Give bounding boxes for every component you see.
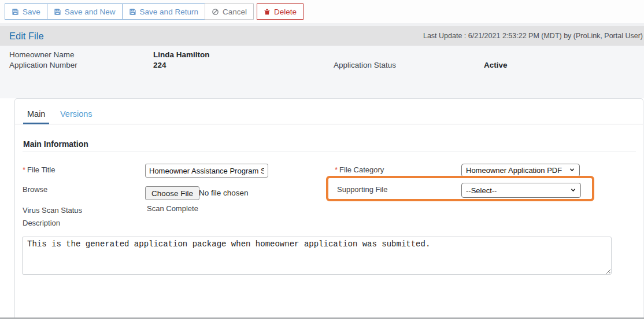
save-and-new-label: Save and New [65,8,116,16]
homeowner-name-value: Linda Hamilton [153,50,210,59]
delete-button[interactable]: Delete [257,3,304,20]
file-category-label: *File Category [335,165,384,174]
edit-file-panel: Main Versions Main Information *File Tit… [14,98,643,318]
toolbar: Save Save and New Save and Return Cancel [0,0,644,23]
homeowner-name-label: Homeowner Name [9,50,75,59]
tab-versions[interactable]: Versions [56,109,97,124]
supporting-file-label: Supporting File [337,185,387,194]
required-asterisk: * [335,165,338,174]
cancel-label: Cancel [223,8,247,16]
last-update-text: Last Update : 6/21/2021 2:53:22 PM (MDT)… [423,32,643,40]
floppy-disk-icon [54,8,61,16]
page-header: Edit File Last Update : 6/21/2021 2:53:2… [0,26,644,46]
supporting-file-selected-value: --Select-- [466,186,497,195]
tab-main[interactable]: Main [23,109,49,124]
application-number-value: 224 [153,61,166,69]
file-title-label: *File Title [23,165,55,174]
cancel-button[interactable]: Cancel [205,3,254,20]
virus-scan-status-value: Scan Complete [147,204,198,213]
file-category-selected-value: Homeowner Application PDF [466,166,562,175]
slash-circle-icon [212,8,219,16]
description-textarea[interactable]: This is the generated application packag… [22,237,612,275]
file-chosen-status: No file chosen [199,189,249,197]
page-bottom-divider [0,318,644,319]
save-and-new-button[interactable]: Save and New [47,3,123,20]
page-title: Edit File [9,31,44,42]
save-and-return-label: Save and Return [140,8,198,16]
floppy-disk-icon [129,8,136,16]
browse-label: Browse [23,185,47,194]
file-category-select[interactable]: Homeowner Application PDF [461,164,580,177]
description-label: Description [23,219,60,227]
record-summary: Homeowner Name Linda Hamilton Applicatio… [0,46,644,98]
choose-file-button[interactable]: Choose File [145,186,199,200]
chevron-down-icon [569,166,575,175]
save-label: Save [23,8,40,16]
file-title-input[interactable] [145,164,268,178]
application-status-label: Application Status [334,61,396,69]
required-asterisk: * [23,165,25,174]
delete-label: Delete [274,8,297,16]
section-title: Main Information [23,139,88,149]
section-divider [23,152,636,152]
virus-scan-status-label: Virus Scan Status [23,206,82,215]
save-and-return-button[interactable]: Save and Return [122,3,205,20]
tab-bar: Main Versions [15,99,643,124]
supporting-file-select[interactable]: --Select-- [461,183,581,198]
application-number-label: Application Number [9,61,77,69]
floppy-disk-icon [12,8,19,16]
save-button[interactable]: Save [5,3,47,20]
chevron-down-icon [570,186,576,195]
application-status-value: Active [484,61,508,69]
trash-icon [264,8,271,16]
